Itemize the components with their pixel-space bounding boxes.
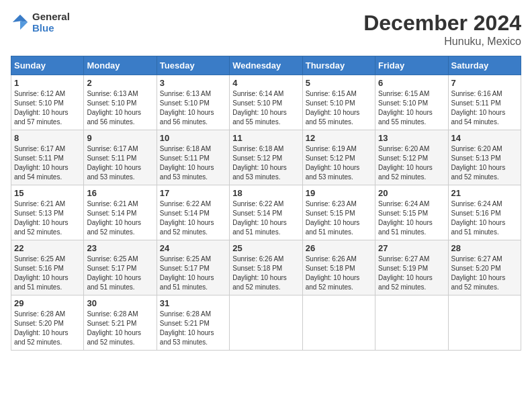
day-number: 12: [306, 133, 372, 143]
day-number: 8: [14, 133, 81, 143]
cell-daylight-info: Sunrise: 6:18 AM Sunset: 5:12 PM Dayligh…: [232, 144, 299, 182]
cell-daylight-info: Sunrise: 6:17 AM Sunset: 5:11 PM Dayligh…: [87, 144, 153, 182]
cell-daylight-info: Sunrise: 6:12 AM Sunset: 5:10 PM Dayligh…: [14, 89, 81, 127]
table-row: 16Sunrise: 6:21 AM Sunset: 5:14 PM Dayli…: [84, 185, 157, 240]
calendar-header: Sunday Monday Tuesday Wednesday Thursday…: [11, 56, 521, 75]
day-number: 27: [378, 243, 445, 253]
day-number: 9: [87, 133, 153, 143]
table-row: 10Sunrise: 6:18 AM Sunset: 5:11 PM Dayli…: [157, 130, 229, 185]
day-number: 21: [451, 188, 518, 198]
title-area: December 2024 Hunuku, Mexico: [363, 11, 521, 48]
svg-marker-1: [20, 21, 28, 30]
calendar-week-3: 15Sunrise: 6:21 AM Sunset: 5:13 PM Dayli…: [11, 185, 521, 240]
calendar-week-4: 22Sunrise: 6:25 AM Sunset: 5:16 PM Dayli…: [11, 240, 521, 295]
table-row: 9Sunrise: 6:17 AM Sunset: 5:11 PM Daylig…: [84, 130, 157, 185]
day-number: 14: [451, 133, 518, 143]
table-row: 7Sunrise: 6:16 AM Sunset: 5:11 PM Daylig…: [448, 75, 521, 130]
cell-daylight-info: Sunrise: 6:22 AM Sunset: 5:14 PM Dayligh…: [160, 199, 226, 237]
day-number: 3: [160, 78, 226, 88]
calendar-body: 1Sunrise: 6:12 AM Sunset: 5:10 PM Daylig…: [11, 75, 521, 351]
day-number: 25: [232, 243, 299, 253]
col-monday: Monday: [84, 56, 157, 75]
day-number: 24: [160, 243, 226, 253]
col-sunday: Sunday: [11, 56, 84, 75]
day-number: 15: [14, 188, 81, 198]
table-row: 20Sunrise: 6:24 AM Sunset: 5:15 PM Dayli…: [375, 185, 448, 240]
day-number: 2: [87, 78, 153, 88]
cell-daylight-info: Sunrise: 6:13 AM Sunset: 5:10 PM Dayligh…: [160, 89, 226, 127]
table-row: [230, 295, 302, 351]
table-row: 23Sunrise: 6:25 AM Sunset: 5:17 PM Dayli…: [84, 240, 157, 295]
day-number: 28: [451, 243, 518, 253]
table-row: 13Sunrise: 6:20 AM Sunset: 5:12 PM Dayli…: [375, 130, 448, 185]
day-number: 31: [160, 298, 226, 308]
day-number: 20: [378, 188, 445, 198]
cell-daylight-info: Sunrise: 6:14 AM Sunset: 5:10 PM Dayligh…: [232, 89, 299, 127]
calendar-week-2: 8Sunrise: 6:17 AM Sunset: 5:11 PM Daylig…: [11, 130, 521, 185]
cell-daylight-info: Sunrise: 6:26 AM Sunset: 5:18 PM Dayligh…: [306, 255, 372, 292]
day-number: 23: [87, 243, 153, 253]
day-number: 6: [378, 78, 445, 88]
cell-daylight-info: Sunrise: 6:22 AM Sunset: 5:14 PM Dayligh…: [232, 199, 299, 237]
day-number: 30: [87, 298, 153, 308]
cell-daylight-info: Sunrise: 6:28 AM Sunset: 5:20 PM Dayligh…: [14, 310, 81, 347]
logo-icon: [11, 13, 30, 32]
cell-daylight-info: Sunrise: 6:16 AM Sunset: 5:11 PM Dayligh…: [451, 89, 518, 127]
table-row: 1Sunrise: 6:12 AM Sunset: 5:10 PM Daylig…: [11, 75, 84, 130]
cell-daylight-info: Sunrise: 6:27 AM Sunset: 5:19 PM Dayligh…: [378, 255, 445, 292]
cell-daylight-info: Sunrise: 6:28 AM Sunset: 5:21 PM Dayligh…: [87, 310, 153, 347]
day-number: 1: [14, 78, 81, 88]
day-number: 16: [87, 188, 153, 198]
day-number: 4: [232, 78, 299, 88]
cell-daylight-info: Sunrise: 6:25 AM Sunset: 5:17 PM Dayligh…: [160, 255, 226, 292]
cell-daylight-info: Sunrise: 6:26 AM Sunset: 5:18 PM Dayligh…: [232, 255, 299, 292]
table-row: [302, 295, 375, 351]
cell-daylight-info: Sunrise: 6:25 AM Sunset: 5:16 PM Dayligh…: [14, 255, 81, 292]
table-row: 8Sunrise: 6:17 AM Sunset: 5:11 PM Daylig…: [11, 130, 84, 185]
cell-daylight-info: Sunrise: 6:17 AM Sunset: 5:11 PM Dayligh…: [14, 144, 81, 182]
calendar-week-5: 29Sunrise: 6:28 AM Sunset: 5:20 PM Dayli…: [11, 295, 521, 351]
table-row: 2Sunrise: 6:13 AM Sunset: 5:10 PM Daylig…: [84, 75, 157, 130]
day-number: 22: [14, 243, 81, 253]
col-friday: Friday: [375, 56, 448, 75]
day-number: 13: [378, 133, 445, 143]
table-row: [448, 295, 521, 351]
table-row: 11Sunrise: 6:18 AM Sunset: 5:12 PM Dayli…: [230, 130, 302, 185]
table-row: 28Sunrise: 6:27 AM Sunset: 5:20 PM Dayli…: [448, 240, 521, 295]
day-number: 11: [232, 133, 299, 143]
cell-daylight-info: Sunrise: 6:21 AM Sunset: 5:14 PM Dayligh…: [87, 199, 153, 237]
col-thursday: Thursday: [302, 56, 375, 75]
day-number: 29: [14, 298, 81, 308]
header: GeneralBlue December 2024 Hunuku, Mexico: [11, 11, 521, 48]
table-row: 24Sunrise: 6:25 AM Sunset: 5:17 PM Dayli…: [157, 240, 229, 295]
table-row: 22Sunrise: 6:25 AM Sunset: 5:16 PM Dayli…: [11, 240, 84, 295]
cell-daylight-info: Sunrise: 6:23 AM Sunset: 5:15 PM Dayligh…: [306, 199, 372, 237]
day-number: 7: [451, 78, 518, 88]
cell-daylight-info: Sunrise: 6:21 AM Sunset: 5:13 PM Dayligh…: [14, 199, 81, 237]
table-row: [375, 295, 448, 351]
day-number: 10: [160, 133, 226, 143]
col-wednesday: Wednesday: [230, 56, 302, 75]
table-row: 6Sunrise: 6:15 AM Sunset: 5:10 PM Daylig…: [375, 75, 448, 130]
day-number: 18: [232, 188, 299, 198]
table-row: 26Sunrise: 6:26 AM Sunset: 5:18 PM Dayli…: [302, 240, 375, 295]
cell-daylight-info: Sunrise: 6:20 AM Sunset: 5:12 PM Dayligh…: [378, 144, 445, 182]
table-row: 18Sunrise: 6:22 AM Sunset: 5:14 PM Dayli…: [230, 185, 302, 240]
day-number: 26: [306, 243, 372, 253]
day-number: 5: [306, 78, 372, 88]
header-row: Sunday Monday Tuesday Wednesday Thursday…: [11, 56, 521, 75]
table-row: 30Sunrise: 6:28 AM Sunset: 5:21 PM Dayli…: [84, 295, 157, 351]
table-row: 14Sunrise: 6:20 AM Sunset: 5:13 PM Dayli…: [448, 130, 521, 185]
svg-marker-0: [13, 15, 28, 22]
cell-daylight-info: Sunrise: 6:15 AM Sunset: 5:10 PM Dayligh…: [306, 89, 372, 127]
cell-daylight-info: Sunrise: 6:15 AM Sunset: 5:10 PM Dayligh…: [378, 89, 445, 127]
cell-daylight-info: Sunrise: 6:24 AM Sunset: 5:16 PM Dayligh…: [451, 199, 518, 237]
cell-daylight-info: Sunrise: 6:28 AM Sunset: 5:21 PM Dayligh…: [160, 310, 226, 347]
cell-daylight-info: Sunrise: 6:20 AM Sunset: 5:13 PM Dayligh…: [451, 144, 518, 182]
table-row: 5Sunrise: 6:15 AM Sunset: 5:10 PM Daylig…: [302, 75, 375, 130]
table-row: 21Sunrise: 6:24 AM Sunset: 5:16 PM Dayli…: [448, 185, 521, 240]
cell-daylight-info: Sunrise: 6:25 AM Sunset: 5:17 PM Dayligh…: [87, 255, 153, 292]
col-saturday: Saturday: [448, 56, 521, 75]
day-number: 17: [160, 188, 226, 198]
month-title: December 2024: [363, 11, 521, 36]
